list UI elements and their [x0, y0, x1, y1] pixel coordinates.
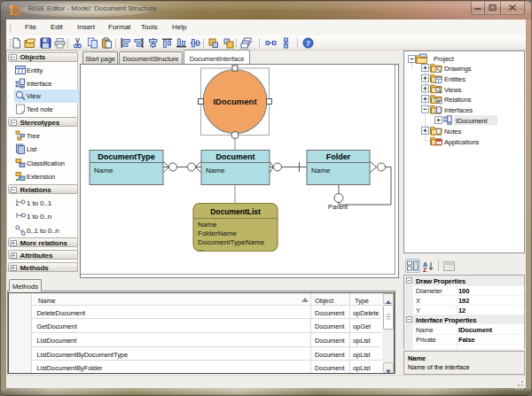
- svg-text:DocumentType: DocumentType: [98, 152, 154, 161]
- svg-text:Name: Name: [94, 167, 113, 175]
- svg-text:IDocument: IDocument: [456, 117, 488, 125]
- svg-text:...: ...: [198, 244, 204, 252]
- svg-text:Document: Document: [215, 152, 254, 161]
- svg-text:Project: Project: [434, 55, 455, 63]
- svg-text:Name: Name: [198, 221, 217, 229]
- svg-text:Name: Name: [206, 167, 225, 175]
- svg-text:Drawings: Drawings: [444, 65, 472, 73]
- svg-text:DocumentTypeName: DocumentTypeName: [198, 238, 265, 246]
- svg-text:Relations: Relations: [444, 96, 472, 104]
- svg-text:Applications: Applications: [444, 138, 480, 146]
- svg-text:Name: Name: [311, 167, 331, 175]
- svg-text:Interfaces: Interfaces: [444, 106, 473, 114]
- svg-text:Views: Views: [444, 86, 462, 94]
- svg-text:DocumentList: DocumentList: [210, 206, 261, 215]
- svg-text:Parent: Parent: [328, 203, 348, 211]
- svg-text:Z: Z: [423, 267, 427, 272]
- svg-text:FolderName: FolderName: [198, 229, 238, 237]
- svg-text:Notes: Notes: [444, 128, 461, 136]
- svg-text:IDocument: IDocument: [213, 96, 257, 105]
- svg-text:Folder: Folder: [326, 152, 351, 161]
- svg-text:?: ?: [306, 39, 310, 48]
- svg-text:Entities: Entities: [444, 75, 466, 83]
